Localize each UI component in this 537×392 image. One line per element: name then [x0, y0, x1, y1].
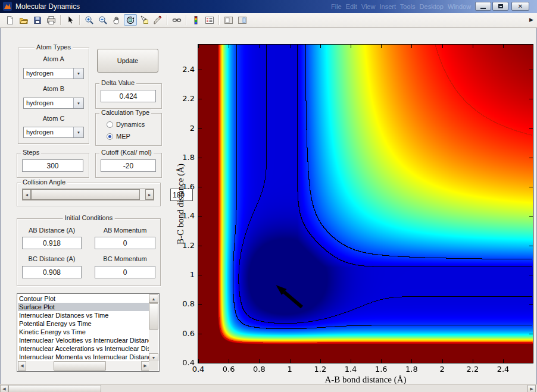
- toolbar-show-plot-tools-button[interactable]: [236, 14, 249, 26]
- toolbar-brush-data-button[interactable]: [151, 14, 164, 26]
- toolbar-zoom-out-button[interactable]: [96, 14, 110, 26]
- close-icon: ✕: [518, 4, 523, 10]
- list-item[interactable]: Potential Energy vs Time: [18, 319, 149, 328]
- toolbar-hide-plot-tools-button[interactable]: [222, 14, 235, 26]
- radio-icon: [107, 133, 113, 140]
- atom-c-value: hydrogen: [26, 128, 54, 136]
- toolbar-edit-plot-button[interactable]: [64, 14, 77, 26]
- window-title: Molecular Dynamics: [15, 2, 80, 11]
- scroll-right-icon[interactable]: ▶: [527, 385, 536, 392]
- atom-b-select[interactable]: hydrogen ▼: [23, 98, 84, 109]
- maximize-button[interactable]: [492, 2, 508, 11]
- dropdown-arrow-icon[interactable]: ▼: [73, 98, 83, 108]
- toolbar-insert-colorbar-button[interactable]: [189, 14, 202, 26]
- rotate-3d-icon: [126, 15, 135, 25]
- x-tick-label: 2: [430, 365, 454, 374]
- toolbar-separator: [167, 15, 167, 25]
- cutoff-input[interactable]: -20: [101, 159, 156, 172]
- horizontal-scroll-thumb[interactable]: [54, 361, 106, 371]
- toolbar-link-plot-button[interactable]: [170, 14, 183, 26]
- data-cursor-icon: [139, 15, 149, 25]
- minimize-icon: [480, 8, 486, 9]
- hide-plot-tools-icon: [224, 15, 233, 25]
- insert-colorbar-icon: [191, 15, 201, 25]
- toolbar-rotate-3d-button[interactable]: [124, 14, 137, 26]
- ab-momentum-label: AB Momentum: [95, 227, 155, 234]
- list-item[interactable]: Contour Plot: [18, 294, 149, 303]
- y-tick-label: 1: [173, 270, 195, 279]
- calculation-option-dynamics[interactable]: Dynamics: [107, 120, 145, 128]
- radio-label: Dynamics: [116, 121, 145, 128]
- atom-a-select[interactable]: hydrogen ▼: [23, 68, 84, 79]
- bc-momentum-label: BC Momentum: [95, 255, 155, 262]
- toolbar-print-figure-button[interactable]: [45, 14, 58, 26]
- scroll-right-icon[interactable]: ▶: [141, 361, 149, 371]
- toolbar-zoom-in-button[interactable]: [83, 14, 96, 26]
- list-item[interactable]: Internuclear Distances vs Time: [18, 311, 149, 319]
- toolbar-open-file-button[interactable]: [17, 14, 30, 26]
- listbox-horizontal-scrollbar[interactable]: ◀ ▶: [18, 361, 149, 371]
- slider-thumb[interactable]: [31, 189, 140, 200]
- list-item[interactable]: Internuclear Velocities vs Internuclear …: [18, 336, 149, 344]
- x-tick-label: 2.4: [491, 365, 515, 374]
- steps-panel-title: Steps: [21, 149, 41, 156]
- collision-angle-slider[interactable]: ◂ ▸: [22, 189, 154, 200]
- atom-c-select[interactable]: hydrogen ▼: [23, 127, 84, 138]
- scroll-left-icon[interactable]: ◀: [0, 385, 8, 392]
- toolbar-save-figure-button[interactable]: [31, 14, 44, 26]
- save-figure-icon: [33, 15, 42, 25]
- cutoff-panel: Cutoff (Kcal/ mol) -20: [95, 153, 162, 178]
- toolbar-data-cursor-button[interactable]: [138, 14, 151, 26]
- toolbar-separator: [218, 15, 219, 25]
- atom-types-panel-title: Atom Types: [35, 43, 73, 51]
- list-item[interactable]: Kinetic Energy vs Time: [18, 328, 149, 336]
- toolbar-overflow-icon[interactable]: ▶: [529, 17, 533, 23]
- atom-a-value: hydrogen: [26, 70, 54, 77]
- toolbar-insert-legend-button[interactable]: [203, 14, 216, 26]
- potential-surface-canvas[interactable]: [198, 44, 533, 363]
- listbox-vertical-scrollbar[interactable]: ▲ ▼: [149, 294, 158, 362]
- vertical-scroll-thumb[interactable]: [149, 303, 158, 330]
- dropdown-arrow-icon[interactable]: ▼: [73, 127, 83, 137]
- ab-distance-label: AB Distance (A): [22, 227, 82, 234]
- initial-conditions-panel-title: Initial Conditions: [63, 214, 115, 221]
- close-button[interactable]: ✕: [511, 2, 529, 11]
- figure-horizontal-scrollbar[interactable]: ◀ ▶: [0, 384, 537, 392]
- y-tick-label: 2.2: [173, 94, 195, 103]
- print-figure-icon: [46, 15, 56, 25]
- maximize-icon: [498, 4, 503, 8]
- x-tick-label: 1.4: [339, 365, 363, 374]
- scroll-down-icon[interactable]: ▼: [149, 353, 158, 362]
- calculation-option-mep[interactable]: MEP: [107, 132, 130, 140]
- slider-left-arrow[interactable]: ◂: [23, 189, 31, 200]
- collision-angle-panel-title: Collision Angle: [21, 178, 67, 186]
- radio-label: MEP: [116, 133, 130, 140]
- steps-input[interactable]: 300: [22, 159, 83, 172]
- toolbar-pan-button[interactable]: [110, 14, 123, 26]
- update-button[interactable]: Update: [97, 49, 158, 73]
- y-tick-label: 2: [173, 124, 195, 133]
- list-item[interactable]: Surface Plot: [18, 303, 149, 311]
- dropdown-arrow-icon[interactable]: ▼: [73, 68, 83, 79]
- bc-distance-input[interactable]: 0.908: [22, 266, 82, 278]
- figure-scroll-thumb[interactable]: [8, 385, 101, 392]
- bc-momentum-input[interactable]: 0: [95, 266, 155, 278]
- y-tick-label: 1.8: [173, 153, 195, 162]
- cutoff-panel-title: Cutoff (Kcal/ mol): [99, 149, 154, 156]
- list-item[interactable]: Internuclear Momenta vs Internuclear Dis…: [18, 353, 149, 361]
- x-tick-label: 1.2: [308, 365, 332, 374]
- minimize-button[interactable]: [475, 2, 491, 11]
- scroll-left-icon[interactable]: ◀: [18, 361, 26, 371]
- ab-momentum-input[interactable]: 0: [95, 237, 155, 249]
- plot-type-listbox: Contour PlotSurface PlotInternuclear Dis…: [17, 293, 160, 372]
- zoom-out-icon: [98, 15, 108, 25]
- scroll-up-icon[interactable]: ▲: [149, 294, 158, 303]
- delta-value-panel-title: Delta Value: [99, 79, 136, 86]
- radio-icon: [107, 121, 113, 128]
- ab-distance-input[interactable]: 0.918: [22, 237, 82, 249]
- slider-right-arrow[interactable]: ▸: [145, 189, 154, 200]
- delta-value-input[interactable]: 0.424: [101, 90, 156, 102]
- y-tick-label: 0.6: [173, 329, 195, 338]
- toolbar-new-figure-button[interactable]: [4, 14, 17, 26]
- list-item[interactable]: Internuclear Accelerations vs Internucle…: [18, 344, 149, 353]
